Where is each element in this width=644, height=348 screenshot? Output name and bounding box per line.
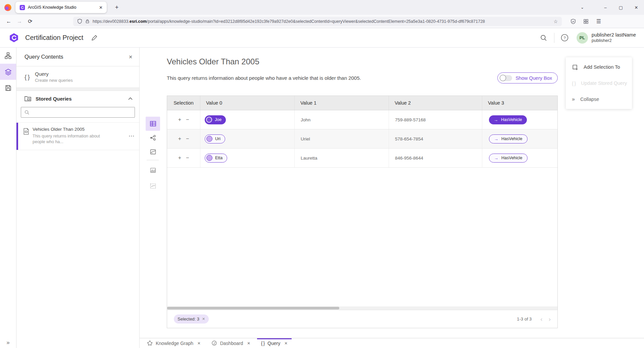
arrow-right-icon: → (494, 136, 498, 141)
column-header: Value 1 (295, 96, 389, 110)
menu-item-collapse[interactable]: » Collapse (566, 91, 632, 107)
entity-pill[interactable]: Uri (205, 134, 225, 143)
url-text[interactable]: https://dev0028833.esri.com/portal/apps/… (93, 19, 550, 24)
entity-dot-icon (206, 117, 212, 123)
search-icon[interactable] (537, 32, 550, 44)
data-model-icon[interactable] (0, 48, 16, 64)
column-header: Value 0 (200, 96, 295, 110)
tracking-shield-icon[interactable] (77, 19, 82, 24)
table-row[interactable]: + − Uri Uriel 578-654-7854 →HasVehicle (167, 129, 557, 149)
panel-title: Query Contents (24, 54, 63, 60)
search-input[interactable] (32, 110, 131, 115)
add-to-map-icon[interactable] (146, 163, 160, 177)
panel-close-icon[interactable]: ✕ (129, 54, 133, 60)
tab-knowledge-graph[interactable]: Knowledge Graph ✕ (142, 338, 206, 348)
table-header: Selection Value 0 Value 1 Value 2 Value … (167, 96, 557, 110)
remove-selection-button[interactable]: − (186, 136, 189, 141)
menu-item-add-selection-to[interactable]: Add Selection To (566, 59, 632, 75)
entity-pill[interactable]: Etta (205, 154, 227, 163)
table-row[interactable]: + − Etta Lauretta 846-956-8644 →HasVehic… (167, 149, 557, 168)
lock-icon[interactable] (85, 19, 90, 23)
add-selection-icon (572, 64, 578, 70)
app-body: » Query Contents ✕ { } Query Create new … (0, 48, 644, 348)
help-icon[interactable]: ? (558, 32, 571, 44)
cell-value: John (295, 110, 389, 129)
horizontal-scrollbar[interactable] (167, 306, 557, 310)
selection-tool-icon[interactable] (146, 179, 160, 193)
entity-pill[interactable]: Joe (205, 115, 226, 124)
toggle-knob (500, 75, 506, 81)
tab-dashboard[interactable]: Dashboard ✕ (206, 338, 256, 348)
contents-layers-icon[interactable] (0, 64, 16, 80)
menu-hamburger-icon[interactable]: ☰ (593, 16, 604, 26)
scrollbar-thumb[interactable] (167, 307, 339, 309)
header-actions: ? PL publisher2 lastName publisher2 (537, 32, 636, 44)
window-maximize-button[interactable]: ▢ (613, 0, 629, 15)
tab-close-icon[interactable]: ✕ (247, 341, 250, 346)
firefox-icon[interactable] (4, 4, 11, 11)
selected-count-chip[interactable]: Selected: 3 ✕ (174, 314, 209, 324)
new-tab-button[interactable]: + (112, 3, 121, 12)
add-selection-button[interactable]: + (178, 136, 181, 141)
search-input-icon (24, 110, 29, 115)
braces-icon: { } (572, 80, 576, 86)
column-header: Value 2 (389, 96, 482, 110)
tab-close-icon[interactable]: ✕ (197, 341, 201, 346)
new-query-item[interactable]: { } Query Create new queries (16, 66, 139, 88)
query-description: This query returns information about peo… (167, 75, 361, 81)
forward-button[interactable]: → (14, 16, 25, 26)
remove-selection-button[interactable]: − (186, 117, 189, 122)
search-field[interactable] (21, 107, 135, 118)
window-close-button[interactable]: ✕ (629, 0, 644, 15)
table-view-icon[interactable] (146, 117, 160, 131)
relationship-pill[interactable]: →HasVehicle (489, 134, 528, 143)
map-view-icon[interactable] (146, 145, 160, 159)
save-icon[interactable] (0, 80, 16, 96)
tab-query[interactable]: { } Query ✕ (256, 338, 293, 348)
extensions-icon[interactable] (581, 16, 591, 26)
next-page-icon[interactable]: › (549, 316, 551, 322)
list-all-tabs-icon[interactable]: ⌄ (576, 0, 588, 15)
reload-button[interactable]: ⟳ (25, 16, 36, 26)
stored-query-description: This query returns information about peo… (33, 133, 100, 145)
stored-query-item[interactable]: Vehicles Older Than 2005 This query retu… (16, 122, 139, 150)
query-contents-panel: Query Contents ✕ { } Query Create new qu… (16, 48, 140, 348)
relationship-pill[interactable]: →HasVehicle (489, 115, 527, 124)
show-query-box-toggle[interactable]: Show Query Box (497, 72, 558, 83)
account-badge-icon[interactable] (568, 16, 579, 26)
tab-close-icon[interactable]: ✕ (284, 341, 288, 346)
tab-label: Query (267, 341, 280, 346)
braces-icon: { } (24, 73, 30, 81)
url-bar[interactable]: https://dev0028833.esri.com/portal/apps/… (73, 17, 562, 26)
remove-selection-button[interactable]: − (186, 155, 189, 161)
clear-selection-icon[interactable]: ✕ (202, 317, 205, 321)
menu-item-update-stored-query[interactable]: { } Update Stored Query (566, 75, 632, 91)
browser-tab[interactable]: ArcGIS Knowledge Studio ✕ (15, 2, 107, 13)
section-divider (16, 88, 139, 91)
user-role: publisher2 (592, 38, 636, 43)
link-chart-icon[interactable] (146, 131, 160, 145)
edit-title-button[interactable] (91, 35, 97, 41)
user-avatar[interactable]: PL (577, 32, 588, 44)
chevron-up-icon[interactable] (128, 97, 133, 100)
add-selection-button[interactable]: + (178, 117, 181, 122)
user-info[interactable]: publisher2 lastName publisher2 (592, 32, 636, 43)
folder-icon (24, 96, 31, 102)
braces-icon: { } (261, 341, 264, 346)
stored-queries-header[interactable]: Stored Queries (16, 91, 139, 106)
toggle-switch[interactable] (500, 75, 512, 81)
back-button[interactable]: ← (3, 16, 14, 26)
content-tabbar: Knowledge Graph ✕ Dashboard ✕ { } Query … (140, 338, 644, 348)
window-minimize-button[interactable]: – (598, 0, 613, 15)
previous-page-icon[interactable]: ‹ (540, 316, 542, 322)
relationship-pill[interactable]: →HasVehicle (489, 154, 528, 163)
expand-rail-icon[interactable]: » (0, 339, 16, 346)
add-selection-button[interactable]: + (178, 155, 181, 161)
view-toolstrip (140, 48, 167, 338)
tab-close-icon[interactable]: ✕ (98, 5, 104, 10)
table-row[interactable]: + − Joe John 759-889-57168 →HasVehicle (167, 110, 557, 129)
bookmark-star-icon[interactable]: ☆ (553, 19, 558, 24)
query-title: Vehicles Older Than 2005 (167, 57, 558, 66)
show-query-box-label: Show Query Box (515, 75, 552, 81)
stored-query-menu-icon[interactable]: ⋯ (129, 132, 135, 139)
